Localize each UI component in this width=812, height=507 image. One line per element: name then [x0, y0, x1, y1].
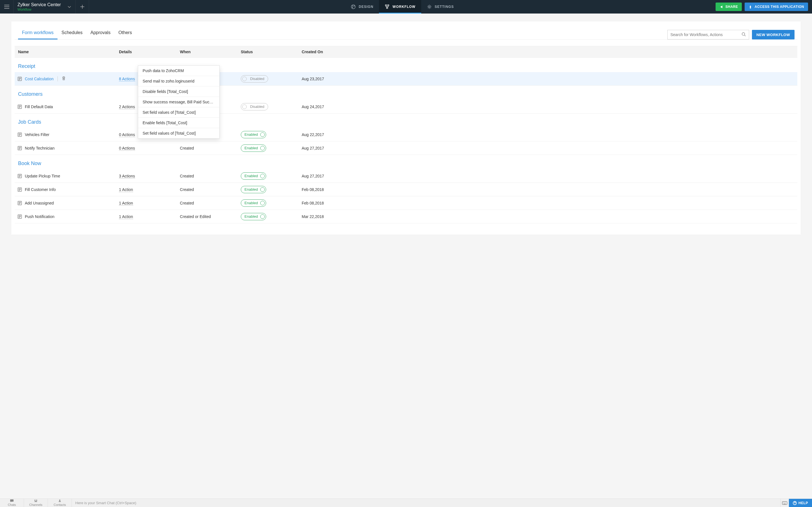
svg-point-0: [351, 5, 355, 9]
row-name-cell: Vehicles Filter: [15, 132, 119, 137]
tab-schedules[interactable]: Schedules: [57, 30, 87, 39]
tab-form-workflows[interactable]: Form workflows: [18, 30, 57, 39]
actions-count-link[interactable]: 0 Actions: [119, 146, 135, 151]
actions-count-link[interactable]: 8 Actions: [119, 76, 135, 81]
new-app-button[interactable]: [75, 0, 89, 13]
actions-count-link[interactable]: 0 Actions: [119, 132, 135, 137]
row-status-cell: Disabled: [241, 103, 302, 110]
workflow-name[interactable]: Cost Calculation: [25, 76, 54, 81]
app-selector[interactable]: Zylker Service Center Workflow: [13, 0, 75, 13]
new-workflow-button[interactable]: NEW WORKFLOW: [752, 30, 795, 40]
search-box[interactable]: [667, 30, 749, 40]
header-actions: SHARE ACCESS THIS APPLICATION: [716, 3, 812, 11]
row-name-cell: Notify Technician: [15, 146, 119, 151]
toggle-knob: [242, 105, 247, 109]
form-icon: [17, 105, 22, 109]
table-row[interactable]: Add Unassigned1 ActionCreatedEnabledFeb …: [15, 196, 797, 210]
workflow-name[interactable]: Fill Default Data: [25, 105, 53, 109]
workflow-name[interactable]: Add Unassigned: [25, 201, 54, 205]
table-row[interactable]: Notify Technician0 ActionsCreatedEnabled…: [15, 142, 797, 155]
table-row[interactable]: Fill Default Data2 ActionsDisabledAug 24…: [15, 100, 797, 114]
status-label: Disabled: [250, 76, 264, 81]
svg-point-7: [428, 6, 430, 7]
status-toggle[interactable]: Enabled: [241, 145, 266, 152]
tab-approvals[interactable]: Approvals: [87, 30, 114, 39]
row-details-cell: 1 Action: [119, 201, 180, 205]
row-created-cell: Feb 08,2018: [302, 187, 797, 192]
tab-settings-label: SETTINGS: [435, 5, 454, 9]
main-mode-tabs: DESIGN WORKFLOW SETTINGS: [345, 0, 459, 13]
actions-count-link[interactable]: 2 Actions: [119, 105, 135, 109]
section-title[interactable]: Job Cards: [15, 114, 797, 128]
row-name-cell: Fill Default Data: [15, 105, 119, 109]
row-name-cell: Add Unassigned: [15, 201, 119, 205]
actions-count-link[interactable]: 1 Action: [119, 214, 133, 219]
table-row[interactable]: Cost Calculation8 ActionsDisabledAug 23,…: [15, 72, 797, 86]
row-details-cell: 0 Actions: [119, 146, 180, 151]
dropdown-item[interactable]: Send mail to zoho.loginuserid: [138, 76, 219, 87]
row-created-cell: Aug 23,2017: [302, 76, 797, 81]
col-created: Created On: [302, 50, 797, 54]
row-status-cell: Enabled: [241, 186, 302, 193]
workflow-name[interactable]: Push Notification: [25, 214, 54, 219]
row-created-cell: Aug 27,2017: [302, 146, 797, 151]
dropdown-item[interactable]: Set field values of [Total_Cost]: [138, 107, 219, 118]
tab-workflow[interactable]: WORKFLOW: [379, 0, 421, 13]
row-name-cell: Fill Customer Info: [15, 187, 119, 192]
table-row[interactable]: Fill Customer Info1 ActionCreatedEnabled…: [15, 183, 797, 196]
row-name-cell: Update Pickup Time: [15, 174, 119, 178]
actions-count-link[interactable]: 1 Action: [119, 201, 133, 206]
access-app-button[interactable]: ACCESS THIS APPLICATION: [745, 3, 808, 11]
status-label: Enabled: [245, 132, 258, 136]
tab-settings[interactable]: SETTINGS: [421, 0, 460, 13]
status-toggle[interactable]: Enabled: [241, 186, 266, 193]
workflow-name[interactable]: Update Pickup Time: [25, 174, 60, 178]
tab-others[interactable]: Others: [114, 30, 136, 39]
toggle-knob: [260, 174, 265, 178]
actions-count-link[interactable]: 3 Actions: [119, 174, 135, 179]
row-name-cell: Push Notification: [15, 214, 119, 219]
toggle-knob: [260, 146, 265, 151]
toggle-knob: [260, 132, 265, 137]
workflows-panel: Form workflows Schedules Approvals Other…: [11, 21, 801, 235]
table-row[interactable]: Vehicles Filter0 ActionsCreatedEnabledAu…: [15, 128, 797, 142]
table-row[interactable]: Push Notification1 ActionCreated or Edit…: [15, 210, 797, 223]
workflow-name[interactable]: Vehicles Filter: [25, 132, 49, 137]
actions-count-link[interactable]: 1 Action: [119, 187, 133, 192]
status-toggle[interactable]: Disabled: [241, 103, 268, 110]
tab-design[interactable]: DESIGN: [345, 0, 379, 13]
workflow-name[interactable]: Fill Customer Info: [25, 187, 56, 192]
section-title[interactable]: Customers: [15, 86, 797, 100]
search-input[interactable]: [670, 33, 742, 37]
form-icon: [17, 174, 22, 178]
dropdown-item[interactable]: Disable fields [Total_Cost]: [138, 87, 219, 97]
top-navbar: Zylker Service Center Workflow DESIGN WO…: [0, 0, 812, 13]
table-row[interactable]: Update Pickup Time3 ActionsCreatedEnable…: [15, 169, 797, 183]
row-when-cell: Created: [180, 174, 241, 178]
row-name-cell: Cost Calculation: [15, 76, 119, 81]
dropdown-item[interactable]: Push data to ZohoCRM: [138, 66, 219, 76]
share-button[interactable]: SHARE: [716, 3, 742, 11]
dropdown-item[interactable]: Enable fields [Total_Cost]: [138, 118, 219, 128]
status-toggle[interactable]: Disabled: [241, 75, 268, 82]
workflow-name[interactable]: Notify Technician: [25, 146, 55, 151]
row-details-cell: 3 Actions: [119, 174, 180, 178]
svg-point-2: [354, 6, 354, 6]
row-created-cell: Feb 08,2018: [302, 201, 797, 205]
toggle-knob: [260, 187, 265, 192]
dropdown-item[interactable]: Show success message, Bill Paid Succes..…: [138, 97, 219, 107]
section-title[interactable]: Receipt: [15, 58, 797, 72]
status-toggle[interactable]: Enabled: [241, 172, 266, 180]
workflow-icon: [385, 4, 390, 9]
trash-icon[interactable]: [62, 76, 66, 81]
access-label: ACCESS THIS APPLICATION: [755, 5, 804, 9]
dropdown-item[interactable]: Set field values of [Total_Cost]: [138, 128, 219, 138]
status-toggle[interactable]: Enabled: [241, 131, 266, 138]
actions-dropdown: Push data to ZohoCRMSend mail to zoho.lo…: [138, 65, 220, 138]
status-toggle[interactable]: Enabled: [241, 200, 266, 207]
row-status-cell: Disabled: [241, 75, 302, 82]
status-label: Disabled: [250, 105, 264, 109]
status-toggle[interactable]: Enabled: [241, 213, 266, 220]
hamburger-menu[interactable]: [0, 0, 13, 13]
section-title[interactable]: Book Now: [15, 155, 797, 169]
